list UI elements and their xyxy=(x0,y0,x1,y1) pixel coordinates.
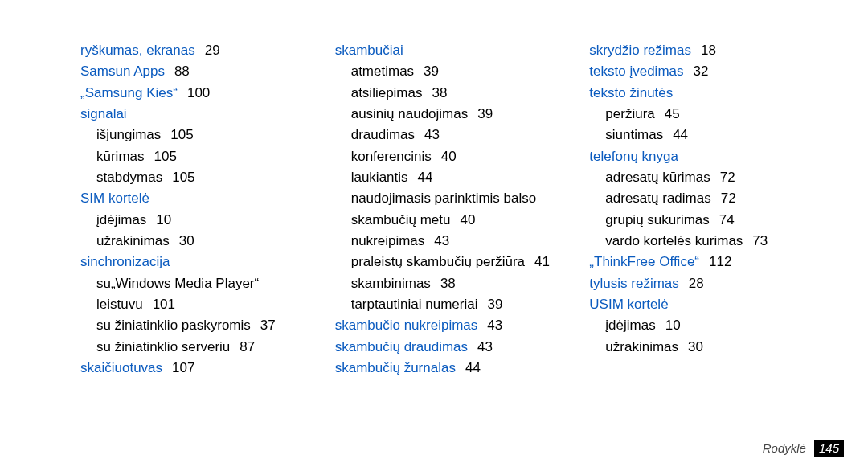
index-subentry: skambinimas38 xyxy=(335,273,558,294)
index-heading: „Samsung Kies“100 xyxy=(80,83,303,104)
entry-text: stabdymas xyxy=(96,170,162,185)
entry-page: 29 xyxy=(205,43,220,58)
index-column: skambučiaiatmetimas39atsiliepimas38ausin… xyxy=(335,40,558,379)
entry-text: adresatų radimas xyxy=(605,190,710,206)
index-subentry: laukiantis44 xyxy=(335,167,558,188)
entry-text: draudimas xyxy=(351,127,415,142)
index-column: ryškumas, ekranas29Samsun Apps88„Samsung… xyxy=(80,40,303,379)
entry-page: 105 xyxy=(154,149,177,164)
entry-text: skambinimas xyxy=(351,276,431,291)
index-columns: ryškumas, ekranas29Samsun Apps88„Samsung… xyxy=(80,40,812,379)
entry-text: siuntimas xyxy=(605,127,663,142)
entry-page: 72 xyxy=(720,170,735,185)
index-subentry: praleistų skambučių peržiūra41 xyxy=(335,252,558,272)
index-heading: USIM kortelė xyxy=(589,294,812,315)
index-heading: Samsun Apps88 xyxy=(80,61,303,82)
entry-page: 105 xyxy=(170,127,193,142)
index-subentry: įdėjimas10 xyxy=(589,315,812,336)
index-subentry: naudojimasis parinktimis balso skambučių… xyxy=(335,188,558,231)
entry-text: išjungimas xyxy=(96,127,161,142)
entry-text: atsiliepimas xyxy=(351,85,423,100)
entry-text: skrydžio režimas xyxy=(589,43,691,58)
index-heading: teksto įvedimas32 xyxy=(589,61,812,82)
index-heading: skambučiai xyxy=(335,40,558,61)
footer-section-label: Rodyklė xyxy=(763,441,806,455)
index-heading: tylusis režimas28 xyxy=(589,273,812,294)
entry-page: 87 xyxy=(240,339,255,354)
entry-page: 43 xyxy=(434,233,449,248)
index-heading: SIM kortelė xyxy=(80,188,303,209)
entry-text: vardo kortelės kūrimas xyxy=(605,233,743,248)
index-heading: teksto žinutės xyxy=(589,83,812,104)
entry-page: 72 xyxy=(721,190,736,206)
index-heading: sinchronizacija xyxy=(80,252,303,272)
entry-page: 28 xyxy=(689,276,704,291)
entry-text: telefonų knyga xyxy=(589,149,678,164)
entry-text: įdėjimas xyxy=(605,317,655,333)
index-column: skrydžio režimas18teksto įvedimas32tekst… xyxy=(589,40,812,379)
index-subentry: su žiniatinklio serveriu87 xyxy=(80,337,303,358)
entry-page: 74 xyxy=(719,212,735,227)
index-subentry: grupių sukūrimas74 xyxy=(589,210,812,231)
index-subentry: kūrimas105 xyxy=(80,146,303,167)
entry-text: „ThinkFree Office“ xyxy=(589,254,699,269)
index-subentry: peržiūra45 xyxy=(589,104,812,125)
entry-text: signalai xyxy=(80,106,127,121)
entry-text: peržiūra xyxy=(605,106,654,121)
index-heading: signalai xyxy=(80,104,303,125)
entry-text: kūrimas xyxy=(96,149,145,164)
entry-text: tarptautiniai numeriai xyxy=(351,297,478,312)
entry-page: 40 xyxy=(460,212,475,227)
index-heading: skrydžio režimas18 xyxy=(589,40,812,61)
page-footer: Rodyklė 145 xyxy=(763,440,844,457)
entry-text: nukreipimas xyxy=(351,233,425,248)
entry-page: 10 xyxy=(665,317,681,333)
entry-text: skambučio nukreipimas xyxy=(335,317,478,333)
entry-text: konferencinis xyxy=(351,149,432,164)
index-subentry: įdėjimas10 xyxy=(80,210,303,231)
index-subentry: tarptautiniai numeriai39 xyxy=(335,294,558,315)
entry-text: tylusis režimas xyxy=(589,276,678,291)
entry-page: 43 xyxy=(477,339,493,354)
entry-text: įdėjimas xyxy=(96,212,146,227)
entry-page: 43 xyxy=(424,127,440,142)
entry-page: 37 xyxy=(260,317,276,333)
entry-page: 73 xyxy=(752,233,768,248)
entry-text: Samsun Apps xyxy=(80,63,165,79)
entry-text: SIM kortelė xyxy=(80,190,149,206)
entry-text: skaičiuotuvas xyxy=(80,360,162,375)
entry-page: 40 xyxy=(441,149,457,164)
index-subentry: ausinių naudojimas39 xyxy=(335,104,558,125)
index-subentry: draudimas43 xyxy=(335,125,558,145)
entry-page: 39 xyxy=(487,297,502,312)
entry-text: užrakinimas xyxy=(605,339,678,354)
entry-text: ryškumas, ekranas xyxy=(80,43,195,58)
index-heading: skambučių žurnalas44 xyxy=(335,358,558,379)
entry-text: praleistų skambučių peržiūra xyxy=(351,254,525,269)
entry-page: 39 xyxy=(477,106,493,121)
index-subentry: stabdymas105 xyxy=(80,167,303,188)
entry-text: su„Windows Media Player“ leistuvu xyxy=(96,276,259,312)
entry-page: 44 xyxy=(418,170,433,185)
index-subentry: nukreipimas43 xyxy=(335,231,558,252)
index-heading: skambučio nukreipimas43 xyxy=(335,315,558,336)
index-subentry: užrakinimas30 xyxy=(80,231,303,252)
entry-page: 38 xyxy=(440,276,456,291)
index-heading: ryškumas, ekranas29 xyxy=(80,40,303,61)
index-heading: „ThinkFree Office“112 xyxy=(589,252,812,272)
entry-text: laukiantis xyxy=(351,170,408,185)
entry-page: 100 xyxy=(187,85,210,100)
index-subentry: užrakinimas30 xyxy=(589,337,812,358)
entry-text: sinchronizacija xyxy=(80,254,170,269)
entry-page: 107 xyxy=(172,360,194,375)
entry-text: atmetimas xyxy=(351,63,414,79)
entry-page: 30 xyxy=(179,233,194,248)
entry-page: 105 xyxy=(172,170,194,185)
index-heading: telefonų knyga xyxy=(589,146,812,167)
entry-page: 43 xyxy=(487,317,502,333)
entry-page: 41 xyxy=(534,254,550,269)
entry-text: USIM kortelė xyxy=(589,297,668,312)
index-subentry: su žiniatinklio paskyromis37 xyxy=(80,315,303,336)
entry-page: 10 xyxy=(156,212,171,227)
entry-text: užrakinimas xyxy=(96,233,170,248)
